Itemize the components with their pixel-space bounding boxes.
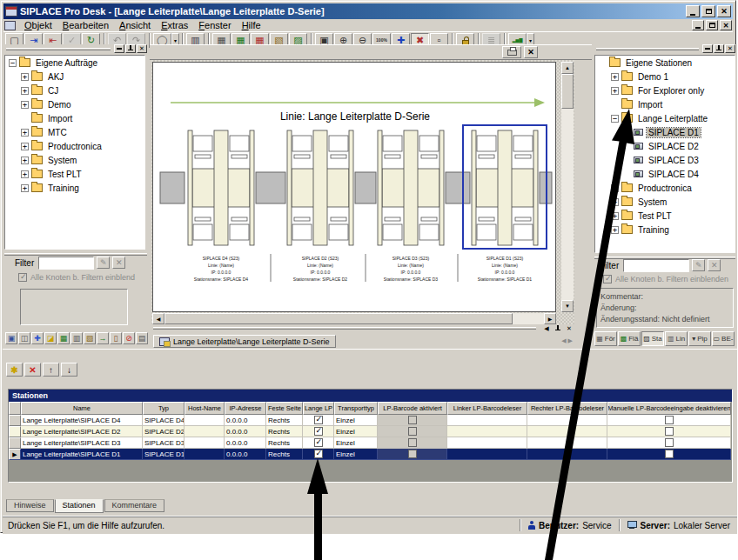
row-delete-button[interactable]: ✕ [24, 363, 41, 377]
restore-button[interactable] [701, 5, 715, 17]
view-button-pip[interactable]: ▾Pip [688, 331, 711, 346]
cell-lp_barcode_aktiviert[interactable] [378, 437, 447, 449]
mdi-close-button[interactable]: ✕ [720, 20, 732, 30]
panel-pin-button[interactable] [125, 44, 136, 53]
cell-lange_lp[interactable] [303, 415, 334, 426]
scroll-right-button[interactable]: ▶ [544, 313, 556, 324]
apply-filter-button[interactable]: ✎ [97, 257, 110, 269]
panel-clipboard-button[interactable]: ▤ [136, 332, 148, 344]
column-header-feste_seite[interactable]: Feste Seite [266, 402, 303, 415]
column-header-typ[interactable]: Typ [143, 402, 184, 415]
cell-lange_lp[interactable] [303, 426, 334, 437]
row-marker-header[interactable] [9, 402, 21, 415]
scroll-down-button[interactable]: ▼ [561, 300, 574, 312]
cell-lp_barcode_aktiviert[interactable] [378, 426, 447, 437]
expand-toggle[interactable]: + [21, 101, 29, 109]
clear-filter-button[interactable]: ✕ [708, 259, 721, 271]
lange_lp-checkbox[interactable] [314, 427, 323, 436]
lp_barcode_aktiviert-checkbox[interactable] [408, 416, 417, 424]
tree-item-akj[interactable]: +AKJ [5, 70, 144, 83]
view-button-be[interactable]: ▭BE- [712, 331, 735, 346]
menu-hilfe[interactable]: Hilfe [237, 20, 266, 30]
tab-stationen[interactable]: Stationen [55, 499, 104, 513]
table-row[interactable]: Lange Leiterplatte\SIPLACE D4SIPLACE D40… [9, 415, 732, 426]
scroll-left-button[interactable]: ◀ [152, 313, 164, 324]
tree-item-siplace-d3[interactable]: SIPLACE D3 [595, 153, 735, 167]
tree-item-import[interactable]: Import [5, 111, 144, 125]
menu-extras[interactable]: Extras [156, 20, 193, 30]
column-header-rechter_lp_barcodeleser[interactable]: Rechter LP-Barcodeleser [527, 402, 607, 415]
cell-lange_lp[interactable] [303, 449, 334, 460]
tree-item-test-plt[interactable]: +Test PLT [5, 167, 144, 181]
close-view-button[interactable]: ✕ [524, 46, 538, 58]
splitter-grip[interactable] [153, 327, 536, 330]
tree-item-import[interactable]: Import [595, 97, 735, 111]
table-row[interactable]: ▶Lange Leiterplatte\SIPLACE D1SIPLACE D1… [9, 449, 732, 460]
view-button-fl[interactable]: ▩Flä [618, 331, 641, 346]
tabs-pin-button[interactable] [553, 324, 563, 333]
tree-item-siplace-d4[interactable]: SIPLACE D4 [595, 167, 735, 181]
expand-toggle[interactable]: + [611, 212, 619, 220]
panel-shade-button[interactable] [702, 44, 713, 53]
panel-move-button[interactable]: ✚ [31, 332, 44, 344]
panel-preview-button[interactable]: ◫ [18, 332, 30, 344]
cell-manuelle_lp_barcodeeingabe[interactable] [607, 415, 731, 426]
expand-toggle[interactable]: − [611, 115, 619, 123]
row-down-button[interactable]: ↓ [61, 363, 77, 377]
tab-kommentare[interactable]: Kommentare [104, 499, 165, 512]
view-button-fr[interactable]: ▦För [594, 331, 617, 346]
column-header-host_name[interactable]: Host-Name [184, 402, 225, 415]
expand-toggle[interactable]: + [21, 170, 29, 178]
table-row[interactable]: Lange Leiterplatte\SIPLACE D3SIPLACE D30… [9, 437, 732, 449]
tree-item-productronica[interactable]: +Productronica [5, 139, 144, 153]
row-up-button[interactable]: ↑ [43, 363, 59, 377]
mdi-minimize-button[interactable] [692, 20, 704, 30]
expand-toggle[interactable]: + [611, 184, 619, 192]
row-new-button[interactable]: ✱ [6, 363, 23, 377]
cell-manuelle_lp_barcodeeingabe[interactable] [607, 449, 731, 460]
menu-fenster[interactable]: Fenster [193, 20, 236, 30]
expand-toggle[interactable]: + [611, 198, 619, 206]
tab-scroll-left-button[interactable]: ◀ [541, 324, 552, 333]
column-header-transporttyp[interactable]: Transporttyp [334, 402, 378, 415]
apply-filter-button[interactable]: ✎ [692, 259, 705, 271]
view-button-lin[interactable]: ▥Lin [665, 331, 688, 346]
panel-grip[interactable] [6, 48, 111, 50]
lp_barcode_aktiviert-checkbox[interactable] [408, 427, 417, 436]
vertical-scrollbar[interactable]: ▲ ▼ [561, 62, 574, 312]
tree-item-siplace-d1[interactable]: SIPLACE D1 [595, 125, 735, 139]
panel-shade-button[interactable] [114, 44, 124, 53]
tree-item-productronica[interactable]: +Productronica [595, 181, 735, 195]
tree-item-demo-1[interactable]: +Demo 1 [595, 70, 735, 83]
panel-door-button[interactable]: ▯ [110, 332, 122, 344]
tree-item-training[interactable]: +Training [595, 223, 735, 237]
panel-close-button[interactable]: ✕ [137, 44, 147, 53]
panel-monitor-button[interactable]: ▣ [5, 332, 17, 344]
panel-grip[interactable] [596, 48, 699, 50]
panel-folder-button[interactable]: ◪ [44, 332, 57, 344]
panel-disk-button[interactable]: ▦ [57, 332, 70, 344]
expand-toggle[interactable]: + [21, 157, 29, 164]
tab-hinweise[interactable]: Hinweise [6, 499, 54, 512]
tree-item-system[interactable]: +System [595, 195, 735, 209]
panel-pin-button[interactable] [714, 44, 724, 53]
horizontal-scroll-thumb[interactable] [164, 313, 513, 324]
tab-nav-arrows[interactable]: ◀ ▶ [561, 337, 573, 344]
filter-input[interactable] [623, 259, 689, 272]
menu-ansicht[interactable]: Ansicht [114, 20, 156, 30]
cell-lp_barcode_aktiviert[interactable] [378, 415, 447, 426]
expand-toggle[interactable]: + [611, 87, 619, 95]
column-header-name[interactable]: Name [21, 402, 143, 415]
lange_lp-checkbox[interactable] [314, 450, 323, 458]
tree-item-eigene-stationen[interactable]: Eigene Stationen [595, 56, 735, 70]
column-header-lange_lp[interactable]: Lange LP [303, 402, 334, 415]
print-button[interactable] [502, 46, 521, 58]
horizontal-scrollbar[interactable]: ◀ ▶ [152, 313, 556, 324]
tree-item-training[interactable]: +Training [5, 181, 144, 195]
tree-item-test-plt[interactable]: +Test PLT [595, 209, 735, 223]
tree-item-eigene-auftr-ge[interactable]: −Eigene Aufträge [5, 56, 144, 70]
lange_lp-checkbox[interactable] [314, 438, 323, 447]
expand-toggle[interactable]: − [9, 59, 17, 67]
tree-item-system[interactable]: +System [5, 153, 144, 167]
menu-bearbeiten[interactable]: Bearbeiten [57, 20, 114, 30]
